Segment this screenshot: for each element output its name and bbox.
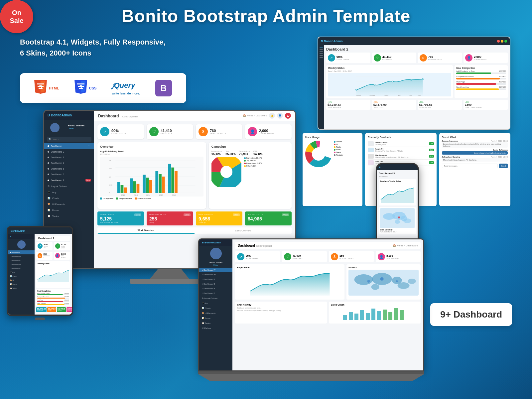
- user-usage-donut: [305, 141, 332, 167]
- svg-text:2016: 2016: [172, 194, 176, 196]
- members-icon: 👤: [248, 127, 257, 136]
- product-badge: Edit: [429, 149, 434, 151]
- laptop-menu-mailbox[interactable]: ✉ Mailbox: [199, 326, 232, 331]
- laptop-menu-d4[interactable]: ○ Dashboard 4: [199, 286, 232, 291]
- sales-overview-tab[interactable]: Sales Overview: [195, 227, 292, 234]
- css-label: CSS: [89, 86, 97, 90]
- tablet-charts: Monthly Status: [36, 261, 70, 288]
- sidebar-item-ui[interactable]: 🎨UI Elements: [44, 201, 94, 207]
- products-title: Recently Products: [368, 136, 434, 139]
- main-charts-row: Overview App Publishing Trend 2012-2016 …: [97, 142, 292, 209]
- user-usage-content: Chrome IE Firefox Safari Opera Navigator: [305, 141, 360, 167]
- sidebar-item-tables[interactable]: 📋Tables: [44, 213, 94, 219]
- sidebar-item-dashboard4[interactable]: Dashboard 4: [44, 160, 94, 166]
- laptop-likes-icon: ♡: [284, 253, 291, 260]
- tablet-menu-d5[interactable]: ○ Dashboard 5: [8, 266, 35, 270]
- svg-rect-39: [124, 188, 127, 193]
- tablet-members-icon: 👤: [55, 253, 60, 258]
- sidebar-search-input[interactable]: [53, 138, 79, 140]
- sidebar-item-dashboard2[interactable]: Dashboard 2: [44, 149, 94, 155]
- phone-logo: B: [379, 166, 380, 168]
- tablet-menu-forms[interactable]: 📝 Forms: [8, 282, 35, 286]
- tablet-menu-d3[interactable]: ○ Dashboard 3: [8, 258, 35, 262]
- svg-point-82: [396, 280, 398, 282]
- laptop-stat-likes: ♡ 41,480 USER LIKES: [282, 251, 327, 262]
- laptop-menu-app[interactable]: 📱 App: [199, 301, 232, 306]
- main-title: Bonito Bootstrap Admin Template: [0, 6, 532, 26]
- dash2-sales-icon: $: [420, 54, 427, 62]
- traffic-icon: ↗: [100, 127, 109, 136]
- laptop-menu-d1[interactable]: ○ Dashboard #1: [199, 272, 232, 277]
- tablet-menu-app[interactable]: 📱 App: [8, 270, 35, 274]
- sidebar-item-dashboard6[interactable]: Dashboard 6: [44, 172, 94, 177]
- sidebar-search-bar: 🔍: [47, 137, 91, 142]
- laptop-menu-dashboard[interactable]: ● Dashboard ▼: [199, 268, 232, 272]
- close-dot: [497, 40, 500, 43]
- stat-card-likes: ♡ 41,410 USER LIKES: [147, 124, 193, 139]
- view-all-products-button[interactable]: View: [282, 213, 289, 216]
- tablet-menu-tables[interactable]: 📋 Tables: [8, 286, 35, 290]
- chat-input[interactable]: [442, 164, 498, 168]
- svg-text:May: May: [410, 94, 412, 96]
- power-icon[interactable]: ⏻: [285, 113, 291, 119]
- sidebar-item-app[interactable]: 📱App: [44, 189, 94, 195]
- user-icon[interactable]: 👤: [277, 113, 283, 119]
- work-overview-tab[interactable]: Work Overview: [97, 227, 195, 234]
- svg-rect-46: [155, 171, 158, 193]
- tablet-menu-dashboard[interactable]: ● Dashboard: [8, 250, 35, 254]
- sidebar-item-dashboard7[interactable]: Dashboard 7 New: [44, 177, 94, 183]
- laptop-charts-row: Experience: [235, 264, 421, 300]
- bottom-card-clients: NEW CLIENTS View 5,125 10% increase last…: [97, 211, 144, 225]
- laptop-menu-d5[interactable]: ○ Dashboard 5: [199, 291, 232, 296]
- css-icon: 3: [74, 80, 87, 97]
- tablet-menu-d2[interactable]: ○ Dashboard 2: [8, 254, 35, 258]
- tablet-admin-ui: B ● Dashboard ○ Dashboard 2 ○ Dashboard …: [8, 234, 72, 316]
- laptop-menu-charts[interactable]: 📊 Charts: [199, 306, 232, 311]
- laptop-page-title: Dashboard Control panel: [238, 244, 272, 247]
- page-title: Dashboard: [98, 114, 119, 118]
- sidebar-item-dashboard3[interactable]: Dashboard 3: [44, 155, 94, 160]
- send-button[interactable]: Send: [499, 164, 508, 168]
- sidebar-item-charts[interactable]: 📊Charts: [44, 195, 94, 201]
- laptop-screen: B BonitoAdmin Bonito Themes Online ● Das…: [198, 238, 424, 371]
- laptop-menu-tables[interactable]: 📋 Tables: [199, 321, 232, 326]
- dash2-stat-monthly-sales: $ 760 MONTHLY SALES: [418, 53, 462, 63]
- laptop-sales-icon: $: [331, 253, 338, 260]
- svg-rect-9: [77, 83, 84, 84]
- view-products-button[interactable]: View: [184, 213, 191, 216]
- tablet-menu-ui[interactable]: 🎨 UI: [8, 278, 35, 282]
- product-img: [368, 160, 374, 165]
- laptop-menu-d3[interactable]: ○ Dashboard 3: [199, 282, 232, 286]
- svg-point-19: [411, 79, 412, 80]
- laptop-stat-members: 👤 3,000 JOIN MEMBERS: [376, 251, 421, 262]
- notification-icon[interactable]: 🔔: [269, 113, 275, 119]
- dashboard2-preview-screen: B BonitoAdmin Dashboard 2 ↗ 90% STORE TR…: [318, 37, 510, 130]
- user-usage-title: User Usage: [305, 136, 360, 139]
- dash2-main-content: Dashboard 2 ↗ 90% STORE TRAFFIC ♡ 41,410…: [324, 45, 510, 129]
- menu-dot: [48, 157, 49, 158]
- laptop-menu-ui[interactable]: 🎨 UI Elements: [199, 311, 232, 316]
- goal-send-inquiries: Send Inquiries425/500: [456, 86, 506, 90]
- campaign-stats: Impressions 15,125 Top 25.50% Conversion…: [211, 150, 289, 156]
- chat-msg-james: James Andersen Apr 14, 2017 09:36 Lorem …: [442, 140, 508, 148]
- sidebar-item-dashboard[interactable]: Dashboard ▼: [44, 143, 94, 149]
- svg-rect-42: [137, 184, 140, 193]
- dash2-topbar: B BonitoAdmin: [318, 37, 510, 45]
- sidebar-item-layout[interactable]: ⚙Layout Options: [44, 183, 94, 189]
- laptop-experience-chart: Experience: [235, 264, 344, 300]
- laptop-sidebar: B BonitoAdmin Bonito Themes Online ● Das…: [199, 239, 232, 370]
- view-clients-button[interactable]: View: [134, 213, 141, 216]
- sidebar-item-forms[interactable]: 📝Forms: [44, 207, 94, 213]
- laptop-menu-d2[interactable]: ○ Dashboard 2: [199, 277, 232, 282]
- tablet-menu-d4[interactable]: ○ Dashboard 4: [8, 262, 35, 266]
- laptop-menu-layout[interactable]: ⚙ Layout Options: [199, 296, 232, 301]
- dash2-revenue: +17% $3,249.43 TOTAL REVENUE: [326, 100, 370, 110]
- svg-rect-85: [354, 314, 358, 320]
- search-icon: 🔍: [49, 138, 52, 141]
- sidebar-item-dashboard5[interactable]: Dashboard 5: [44, 166, 94, 172]
- tablet-menu-charts[interactable]: 📊 Charts: [8, 274, 35, 278]
- chat-title: Direct Chat: [442, 136, 508, 139]
- laptop-menu-forms[interactable]: 📝 Forms: [199, 316, 232, 321]
- goal-complete-purchase: Complete Purchase350/400: [456, 75, 506, 79]
- view-invoices-button[interactable]: View: [233, 213, 240, 216]
